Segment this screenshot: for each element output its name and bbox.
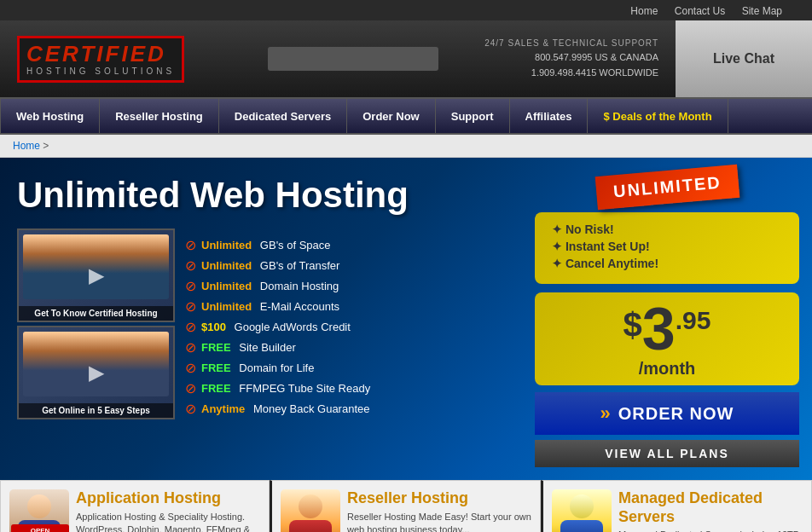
thumb-1-label: Get To Know Certified Hosting: [19, 306, 173, 321]
nav-order-now[interactable]: Order Now: [347, 97, 435, 135]
feature-3: ⊘Unlimited Domain Hosting: [185, 278, 370, 294]
open-source-badge: Open Source: [11, 524, 69, 532]
card-reseller-top: Reseller Hosting Reseller Hosting Made E…: [272, 481, 540, 532]
cards-row: Open Source Application Hosting Applicat…: [0, 480, 812, 532]
bullet-icon: ⊘: [185, 360, 196, 376]
bullet-icon: ⊘: [185, 401, 196, 417]
card-servers-title: Managed Dedicated Servers: [618, 489, 803, 526]
thumb-1[interactable]: ▶ Get To Know Certified Hosting: [17, 228, 175, 322]
feature-8: ⊘FREE FFMPEG Tube Site Ready: [185, 380, 370, 396]
bullet-icon: ⊘: [185, 319, 196, 335]
nav-reseller-hosting[interactable]: Reseller Hosting: [100, 97, 219, 135]
feature-4: ⊘Unlimited E-Mail Accounts: [185, 298, 370, 315]
bullet-icon: ⊘: [185, 380, 196, 396]
view-plans-button[interactable]: VIEW ALL PLANS: [535, 440, 799, 467]
support-phone2: 1.909.498.4415 WORLDWIDE: [484, 66, 658, 81]
breadcrumb-home[interactable]: Home: [13, 140, 40, 152]
card-app-top: Open Source Application Hosting Applicat…: [1, 481, 269, 532]
price-cents: .95: [676, 308, 711, 333]
card-app-content: Application Hosting Application Hosting …: [76, 489, 260, 532]
card-servers-content: Managed Dedicated Servers Managed Dedica…: [618, 489, 803, 532]
card-reseller-icon: [281, 489, 340, 532]
card-app-icon: Open Source: [9, 489, 69, 532]
checkpoints: No Risk! Instant Set Up! Cancel Anytime!: [535, 212, 799, 284]
card-app-title: Application Hosting: [76, 489, 260, 508]
feature-1: ⊘Unlimited GB's of Space: [185, 237, 370, 253]
hero-right: UNLIMITED No Risk! Instant Set Up! Cance…: [522, 158, 812, 480]
nav-home[interactable]: Home: [630, 5, 658, 17]
hero-features: ⊘Unlimited GB's of Space ⊘Unlimited GB's…: [185, 237, 370, 421]
card-servers: Managed Dedicated Servers Managed Dedica…: [541, 480, 812, 532]
header-center: [222, 47, 484, 71]
checkpoint-2: Instant Set Up!: [552, 240, 782, 253]
play-icon-1: ▶: [89, 263, 104, 287]
nav-web-hosting[interactable]: Web Hosting: [0, 97, 100, 135]
thumb-2[interactable]: ▶ Get Online in 5 Easy Steps: [17, 326, 175, 419]
bullet-icon: ⊘: [185, 237, 196, 253]
order-now-button[interactable]: » ORDER NOW: [535, 392, 799, 435]
top-nav: Home Contact Us Site Map: [630, 3, 795, 18]
logo-sub: HOSTING SOLUTIONS: [26, 66, 175, 76]
card-reseller: Reseller Hosting Reseller Hosting Made E…: [270, 480, 541, 532]
hero-banner: Unlimited Web Hosting ▶ Get To Know Cert…: [0, 158, 812, 480]
hero-left: Unlimited Web Hosting ▶ Get To Know Cert…: [0, 158, 522, 480]
thumbnails: ▶ Get To Know Certified Hosting ▶ Get On…: [17, 228, 175, 421]
card-servers-top: Managed Dedicated Servers Managed Dedica…: [543, 481, 811, 532]
main-nav: Web Hosting Reseller Hosting Dedicated S…: [0, 97, 812, 135]
feature-9: ⊘Anytime Money Back Guarantee: [185, 401, 370, 417]
price-amount: 3: [642, 296, 676, 362]
arrow-icon: »: [600, 402, 612, 425]
breadcrumb-separator: >: [43, 140, 49, 152]
support-info: 24/7 SALES & TECHNICAL SUPPORT 800.547.9…: [484, 37, 658, 80]
bullet-icon: ⊘: [185, 298, 196, 315]
feature-6: ⊘FREE Site Builder: [185, 339, 370, 356]
feature-5: ⊘$100 Google AdWords Credit: [185, 319, 370, 335]
nav-sitemap[interactable]: Site Map: [742, 5, 782, 17]
nav-affiliates[interactable]: Affiliates: [510, 97, 589, 135]
card-reseller-title: Reseller Hosting: [347, 489, 531, 508]
support-phone1: 800.547.9995 US & CANADA: [484, 50, 658, 66]
feature-2: ⊘Unlimited GB's of Transfer: [185, 257, 370, 274]
price-dollar: $: [624, 308, 642, 342]
nav-deals[interactable]: $ Deals of the Month: [588, 97, 728, 135]
price-box: $3.95 /month: [535, 292, 799, 385]
search-input[interactable]: [268, 47, 438, 71]
nav-dedicated-servers[interactable]: Dedicated Servers: [219, 97, 347, 135]
play-icon-2: ▶: [89, 361, 104, 385]
bullet-icon: ⊘: [185, 257, 196, 274]
card-servers-icon: [552, 489, 612, 532]
unlimited-badge: UNLIMITED: [594, 165, 740, 210]
logo-certified: CERTIFIED: [26, 43, 175, 65]
logo-box: CERTIFIED HOSTING SOLUTIONS: [17, 36, 184, 83]
price-display: $3.95: [552, 299, 782, 359]
checkpoint-1: No Risk!: [552, 223, 782, 236]
breadcrumb: Home >: [0, 135, 812, 158]
card-reseller-desc: Reseller Hosting Made Easy! Start your o…: [347, 511, 531, 532]
header: CERTIFIED HOSTING SOLUTIONS 24/7 SALES &…: [0, 20, 812, 97]
order-btn-label: ORDER NOW: [618, 404, 734, 424]
bullet-icon: ⊘: [185, 278, 196, 294]
card-reseller-content: Reseller Hosting Reseller Hosting Made E…: [347, 489, 531, 532]
live-chat-button[interactable]: Live Chat: [676, 20, 812, 97]
card-app-hosting: Open Source Application Hosting Applicat…: [0, 480, 270, 532]
top-bar: Home Contact Us Site Map: [0, 0, 812, 20]
thumb-2-label: Get Online in 5 Easy Steps: [19, 403, 173, 418]
card-servers-desc: Managed Dedicated Servers includes 10TB …: [618, 529, 803, 532]
checkpoint-3: Cancel Anytime!: [552, 257, 782, 270]
card-app-desc: Application Hosting & Speciality Hosting…: [76, 511, 260, 532]
hero-title: Unlimited Web Hosting: [17, 175, 505, 216]
nav-support[interactable]: Support: [436, 97, 510, 135]
support-label: 24/7 SALES & TECHNICAL SUPPORT: [484, 37, 658, 50]
nav-contact[interactable]: Contact Us: [675, 5, 725, 17]
price-period: /month: [552, 359, 782, 379]
feature-7: ⊘FREE Domain for Life: [185, 360, 370, 376]
logo: CERTIFIED HOSTING SOLUTIONS: [17, 36, 222, 83]
bullet-icon: ⊘: [185, 339, 196, 356]
